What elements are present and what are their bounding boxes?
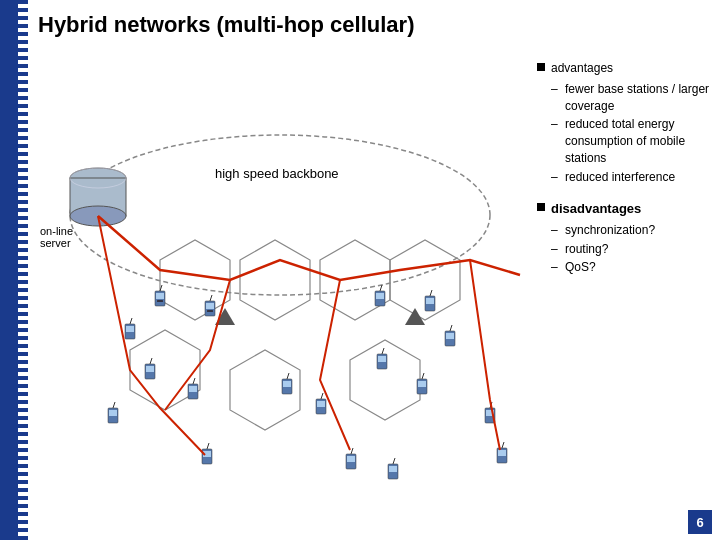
svg-rect-54 [317,401,325,407]
svg-text:high speed backbone: high speed backbone [215,166,339,181]
disadvantage-item-3: QoS? [551,259,712,276]
bullet-square-icon-2 [537,203,545,211]
svg-line-44 [113,402,115,408]
svg-line-50 [287,373,289,379]
svg-line-71 [393,458,395,464]
svg-rect-45 [109,410,117,416]
disadvantages-label: disadvantages [551,200,641,218]
svg-line-38 [150,358,152,364]
svg-line-32 [430,290,432,296]
advantages-section: advantages fewer base stations / larger … [537,60,712,186]
diagram-area: high speed backbone on-line server [30,60,560,490]
svg-rect-39 [146,366,154,372]
bullet-square-icon [537,63,545,71]
svg-line-56 [382,348,384,354]
disadvantages-list: synchronization? routing? QoS? [537,222,712,276]
svg-text:on-line: on-line [40,225,73,237]
svg-rect-30 [376,293,384,299]
svg-rect-27 [126,326,134,332]
svg-marker-14 [350,340,420,420]
svg-line-68 [351,448,353,454]
advantage-item-2: reduced total energy consumption of mobi… [551,116,712,166]
svg-rect-24 [207,310,213,312]
advantage-item-3: reduced interference [551,169,712,186]
svg-rect-20 [157,300,163,302]
svg-rect-66 [498,450,506,456]
right-panel: advantages fewer base stations / larger … [537,60,712,290]
svg-line-53 [321,393,323,399]
svg-line-26 [130,318,132,324]
advantages-list: fewer base stations / larger coverage re… [537,81,712,186]
disadvantage-item-2: routing? [551,241,712,258]
svg-rect-42 [189,386,197,392]
left-border [0,0,18,540]
svg-line-22 [210,295,212,301]
main-content: Hybrid networks (multi-hop cellular) hig… [30,0,720,540]
advantages-label: advantages [551,60,613,77]
page-title: Hybrid networks (multi-hop cellular) [38,12,414,38]
svg-rect-51 [283,381,291,387]
disadvantages-section: disadvantages synchronization? routing? … [537,200,712,277]
advantage-item-1: fewer base stations / larger coverage [551,81,712,115]
svg-line-35 [450,325,452,331]
disadvantages-bullet: disadvantages [537,200,712,218]
advantages-bullet: advantages [537,60,712,77]
svg-marker-9 [240,240,310,320]
svg-rect-72 [389,466,397,472]
svg-rect-19 [156,293,164,299]
svg-line-65 [502,442,504,448]
svg-line-47 [207,443,209,449]
svg-rect-57 [378,356,386,362]
left-dots [18,0,28,540]
svg-line-41 [193,378,195,384]
svg-line-59 [422,373,424,379]
svg-rect-60 [418,381,426,387]
page-number: 6 [688,510,712,534]
disadvantage-item-1: synchronization? [551,222,712,239]
svg-rect-33 [426,298,434,304]
svg-marker-10 [320,240,390,320]
svg-rect-36 [446,333,454,339]
svg-text:server: server [40,237,71,249]
svg-rect-69 [347,456,355,462]
svg-point-0 [70,135,490,295]
svg-marker-8 [160,240,230,320]
svg-rect-23 [206,303,214,309]
